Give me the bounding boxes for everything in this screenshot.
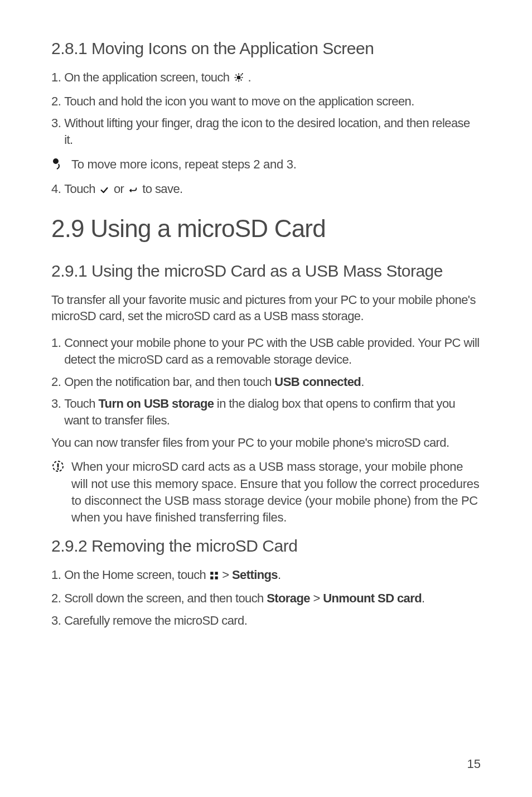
note-281: To move more icons, repeat steps 2 and 3… xyxy=(51,156,481,173)
svg-rect-8 xyxy=(215,576,217,579)
step-number: 1. xyxy=(51,335,61,368)
text-fragment: On the application screen, touch xyxy=(64,70,233,84)
step-291-2: 2. Open the notification bar, and then t… xyxy=(51,374,481,390)
text-fragment: or xyxy=(114,182,127,196)
step-text: Touch Turn on USB storage in the dialog … xyxy=(64,395,481,428)
text-fragment: to save. xyxy=(142,182,182,196)
step-number: 1. xyxy=(51,69,61,88)
step-number: 2. xyxy=(51,590,61,607)
paragraph-291-outro: You can now transfer files from your PC … xyxy=(51,434,481,451)
step-281-4: 4. Touch or to save. xyxy=(51,181,481,199)
step-281-1: 1. On the application screen, touch . xyxy=(51,69,481,88)
heading-291: 2.9.1 Using the microSD Card as a USB Ma… xyxy=(51,262,481,281)
back-arrow-icon xyxy=(127,182,139,199)
step-number: 2. xyxy=(51,93,61,110)
step-number: 4. xyxy=(51,181,61,199)
bold-text: USB connected xyxy=(274,375,361,389)
step-text: Without lifting your finger, drag the ic… xyxy=(64,115,481,148)
text-fragment: . xyxy=(361,375,364,389)
text-fragment: . xyxy=(278,568,281,582)
step-text: Touch and hold the icon you want to move… xyxy=(64,93,481,110)
step-number: 3. xyxy=(51,612,61,629)
step-text: Touch or to save. xyxy=(64,181,481,199)
step-281-3: 3. Without lifting your finger, drag the… xyxy=(51,115,481,148)
bold-text: Storage xyxy=(267,591,310,605)
tip-icon xyxy=(51,156,71,171)
svg-rect-6 xyxy=(215,572,217,574)
step-281-2: 2. Touch and hold the icon you want to m… xyxy=(51,93,481,110)
step-number: 2. xyxy=(51,374,61,390)
svg-rect-3 xyxy=(57,463,59,468)
step-text: On the Home screen, touch > Settings. xyxy=(64,567,481,585)
step-number: 3. xyxy=(51,395,61,428)
step-text: Open the notification bar, and then touc… xyxy=(64,374,481,390)
heading-29: 2.9 Using a microSD Card xyxy=(51,215,481,243)
step-text: On the application screen, touch . xyxy=(64,69,481,88)
svg-rect-5 xyxy=(210,572,213,574)
page-number: 15 xyxy=(467,757,481,771)
gear-spark-icon xyxy=(233,71,245,88)
bold-text: Turn on USB storage xyxy=(98,397,214,410)
step-text: Carefully remove the microSD card. xyxy=(64,612,481,629)
step-292-2: 2. Scroll down the screen, and then touc… xyxy=(51,590,481,607)
note-text: When your microSD card acts as a USB mas… xyxy=(71,458,481,526)
warning-icon xyxy=(51,458,71,473)
svg-point-4 xyxy=(57,468,59,470)
step-291-3: 3. Touch Turn on USB storage in the dial… xyxy=(51,395,481,428)
step-292-1: 1. On the Home screen, touch > Settings. xyxy=(51,567,481,585)
step-number: 1. xyxy=(51,567,61,585)
step-text: Connect your mobile phone to your PC wit… xyxy=(64,335,481,368)
step-text: Scroll down the screen, and then touch S… xyxy=(64,590,481,607)
text-fragment: . xyxy=(422,591,425,605)
note-291: When your microSD card acts as a USB mas… xyxy=(51,458,481,526)
heading-281: 2.8.1 Moving Icons on the Application Sc… xyxy=(51,39,481,58)
note-text: To move more icons, repeat steps 2 and 3… xyxy=(71,156,481,173)
bold-text: Unmount SD card xyxy=(323,591,422,605)
svg-point-0 xyxy=(237,76,240,79)
text-fragment: > xyxy=(310,591,323,605)
step-number: 3. xyxy=(51,115,61,148)
checkmark-icon xyxy=(98,182,110,199)
heading-292: 2.9.2 Removing the microSD Card xyxy=(51,537,481,556)
text-fragment: . xyxy=(248,70,252,84)
step-291-1: 1. Connect your mobile phone to your PC … xyxy=(51,335,481,368)
text-fragment: Touch xyxy=(64,397,98,410)
text-fragment: Touch xyxy=(64,182,98,196)
svg-rect-7 xyxy=(210,576,213,579)
apps-grid-icon xyxy=(209,568,219,585)
text-fragment: > xyxy=(222,568,232,582)
step-292-3: 3. Carefully remove the microSD card. xyxy=(51,612,481,629)
text-fragment: Scroll down the screen, and then touch xyxy=(64,591,267,605)
paragraph-291-intro: To transfer all your favorite music and … xyxy=(51,292,481,325)
bold-text: Settings xyxy=(232,568,278,582)
text-fragment: Open the notification bar, and then touc… xyxy=(64,375,274,389)
svg-point-1 xyxy=(53,158,59,164)
text-fragment: On the Home screen, touch xyxy=(64,568,209,582)
